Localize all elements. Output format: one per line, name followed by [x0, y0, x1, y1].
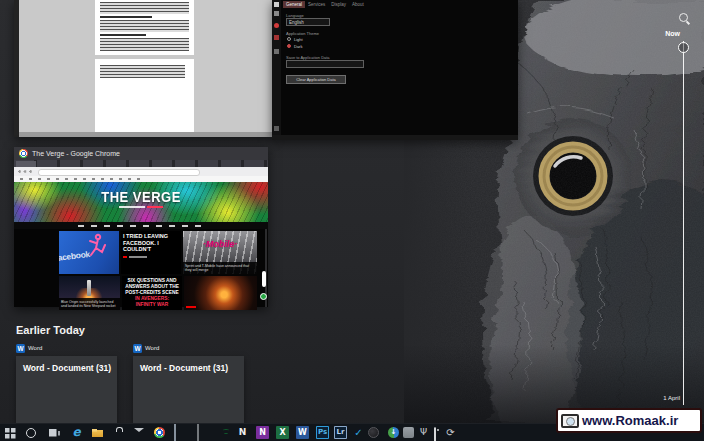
xbox-icon[interactable]: [368, 427, 379, 438]
onenote-icon[interactable]: N: [256, 426, 269, 439]
headline-avengers-tile: SIX QUESTIONS AND ANSWERS ABOUT THE POST…: [122, 276, 182, 310]
browser-nav-buttons: [18, 170, 34, 173]
timeline-scrollbar-knob[interactable]: [678, 42, 689, 53]
card-title: Word - Document (31): [16, 356, 117, 373]
timeline-now-label: Now: [656, 30, 680, 37]
text-skeleton: [100, 65, 185, 78]
headline-avengers-text: SIX QUESTIONS AND ANSWERS ABOUT THE POST…: [125, 278, 179, 296]
chrome-icon[interactable]: [154, 427, 165, 438]
excel-icon[interactable]: X: [276, 426, 289, 439]
romaak-logo-icon: [561, 414, 579, 428]
headline-facebook-tile: I TRIED LEAVING FACEBOOK. I COULDN'T: [121, 231, 181, 274]
facebook-sign-text: facebook: [59, 249, 90, 263]
verge-logo: THE VERGE: [14, 188, 268, 205]
headline-avengers-text-red: IN AVENGERS: INFINITY WAR: [125, 296, 179, 308]
settings-window-thumbnail[interactable]: GeneralServicesDisplayAbout Language Eng…: [272, 0, 518, 140]
radio-light-label: Light: [294, 37, 303, 42]
radio-dark-label: Dark: [294, 44, 302, 49]
card-header: W Word: [133, 343, 244, 353]
language-select: English: [286, 18, 330, 26]
text-skeleton: [100, 20, 189, 32]
theme-label: Application Theme: [286, 31, 319, 36]
clear-data-button: Clear Application Data: [286, 75, 346, 84]
avengers-story-image: [184, 276, 257, 310]
card-body[interactable]: Word - Document (31): [16, 356, 117, 424]
headline-facebook-text: I TRIED LEAVING FACEBOOK. I COULDN'T: [123, 233, 180, 253]
window-title: The Verge - Google Chrome: [32, 150, 120, 157]
heading-skeleton: [100, 16, 152, 18]
tmobile-story-image: ·Mobile· Sprint and T-Mobile have announ…: [183, 231, 257, 274]
watermark-text: www.Romaak.ir: [582, 413, 678, 428]
radio-light: [287, 37, 291, 41]
extension-widget: [260, 293, 267, 300]
word-icon: W: [16, 344, 25, 353]
download-manager-icon[interactable]: ↓: [388, 427, 399, 438]
heading-skeleton: [100, 34, 146, 36]
tool-icon: [274, 11, 279, 16]
active-app-icon[interactable]: [174, 424, 176, 441]
edge-icon[interactable]: e: [70, 426, 83, 439]
document-page-2: [95, 59, 194, 132]
tv-box-app-icon[interactable]: [434, 427, 436, 441]
notepad-icon[interactable]: N: [236, 426, 249, 439]
file-explorer-icon[interactable]: [91, 426, 104, 439]
start-button-icon[interactable]: [4, 426, 17, 439]
tool-icon: [274, 126, 279, 131]
address-bar: [38, 169, 200, 176]
settings-status-bar: [272, 135, 518, 140]
search-icon[interactable]: [679, 13, 688, 22]
browser-tab-strip: [14, 160, 268, 167]
tmobile-sign-text: ·Mobile·: [183, 239, 257, 249]
page-scrollbar-thumb: [262, 271, 266, 287]
card-app-label: Word: [28, 345, 42, 351]
activity-card-word-1[interactable]: W Word Word - Document (31): [16, 343, 117, 424]
antenna-app-icon[interactable]: Ψ: [417, 426, 430, 439]
radio-dark: [287, 44, 291, 48]
text-skeleton: [100, 2, 189, 14]
cortana-icon[interactable]: [26, 428, 36, 438]
earlier-today-heading: Earlier Today: [16, 324, 85, 336]
record-stop-icon: [274, 35, 279, 40]
verge-content: facebook I TRIED LEAVING FACEBOOK. I COU…: [14, 229, 268, 307]
tab-about: About: [349, 1, 367, 8]
facebook-story-image: facebook: [59, 231, 119, 274]
tagline-skeleton-red: [147, 206, 163, 208]
settings-icon-strip: [272, 0, 281, 140]
rocket-caption: Blue Origin successfully launched and la…: [59, 298, 120, 310]
sync-app-icon[interactable]: ⟳: [444, 426, 457, 439]
rocket-body: [87, 280, 91, 296]
verge-hero-banner: THE VERGE: [14, 182, 268, 222]
photoshop-icon[interactable]: Ps: [316, 426, 329, 439]
romaak-watermark[interactable]: www.Romaak.ir: [556, 408, 702, 433]
lightroom-icon[interactable]: Lr: [334, 426, 347, 439]
verge-tagline: [14, 206, 268, 208]
timeline-scrollbar-track[interactable]: [683, 41, 684, 405]
rocket-story-image: Blue Origin successfully launched and la…: [59, 276, 120, 310]
document-window-thumbnail[interactable]: [14, 0, 273, 137]
app-window-icon[interactable]: [197, 424, 199, 441]
tab-display: Display: [328, 1, 349, 8]
byline-accent: [123, 256, 127, 258]
byline-text-skeleton: [129, 256, 147, 258]
tab-general: General: [283, 1, 305, 8]
tmobile-caption: Sprint and T-Mobile have announced that …: [183, 262, 257, 274]
app-icon: [274, 2, 279, 7]
document-page-1: [95, 0, 194, 55]
text-skeleton: [100, 38, 189, 51]
record-icon: [274, 23, 279, 28]
task-view-icon[interactable]: [48, 426, 61, 439]
telegram-icon[interactable]: ✓: [352, 426, 365, 439]
document-scrollbar: [19, 132, 273, 137]
card-title: Word - Document (31): [133, 356, 244, 373]
card-body[interactable]: Word - Document (31): [133, 356, 244, 424]
path-input: [286, 60, 364, 68]
activity-card-word-2[interactable]: W Word Word - Document (31): [133, 343, 244, 424]
tab-services: Services: [305, 1, 328, 8]
timeline-desktop: GeneralServicesDisplayAbout Language Eng…: [0, 0, 704, 441]
bookmark-items: [20, 178, 140, 180]
gray-app-icon[interactable]: [403, 427, 414, 438]
word-icon[interactable]: W: [296, 426, 309, 439]
tagline-skeleton: [119, 206, 145, 208]
verge-chrome-window-thumbnail[interactable]: The Verge - Google Chrome THE VERGE face…: [14, 147, 268, 307]
tool-icon: [274, 49, 279, 54]
